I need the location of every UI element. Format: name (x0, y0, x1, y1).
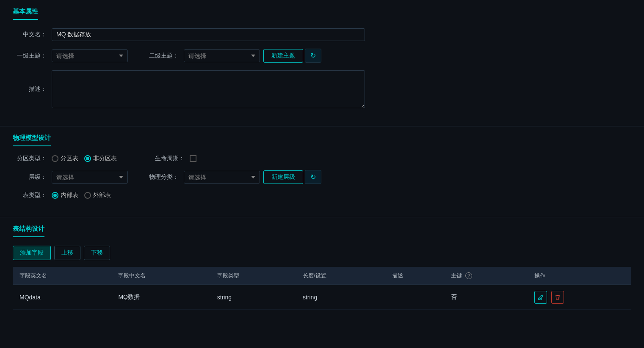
partition-type-radio-group: 分区表 非分区表 (52, 155, 117, 162)
delete-field-button[interactable] (551, 291, 564, 304)
non-partition-radio-circle (84, 155, 91, 162)
internal-table-radio[interactable]: 内部表 (52, 192, 78, 199)
chinese-name-row: 中文名： (13, 28, 631, 41)
partition-table-radio[interactable]: 分区表 (52, 155, 78, 162)
non-partition-radio-dot (86, 157, 89, 160)
table-toolbar: 添加字段 上移 下移 (13, 246, 631, 260)
refresh-topic-button[interactable]: ↻ (305, 49, 321, 63)
field-description (385, 285, 445, 310)
internal-radio-dot (53, 194, 57, 197)
physical-model-section: 物理模型设计 分区类型： 分区表 非分区表 生命周期： 层级： 请选择 物理分类… (0, 126, 644, 217)
partition-table-label: 分区表 (61, 155, 78, 162)
field-length-setting: string (296, 285, 385, 310)
add-field-button[interactable]: 添加字段 (13, 246, 51, 260)
external-table-radio[interactable]: 外部表 (84, 192, 111, 199)
description-label: 描述： (13, 85, 47, 93)
col-length-setting: 长度/设置 (296, 267, 385, 285)
col-english-name: 字段英文名 (13, 267, 111, 285)
col-description: 描述 (385, 267, 445, 285)
field-actions (528, 285, 631, 310)
chinese-name-input[interactable] (52, 28, 365, 41)
col-chinese-name: 字段中文名 (111, 267, 210, 285)
col-primary-key: 主键 ? (444, 267, 527, 285)
level-label: 层级： (13, 173, 47, 181)
level-category-row: 层级： 请选择 物理分类： 请选择 新建层级 ↻ (13, 170, 631, 184)
field-english-name: MQdata (13, 285, 111, 310)
topic-row: 一级主题： 请选择 二级主题： 请选择 新建主题 ↻ (13, 49, 631, 63)
internal-radio-circle (52, 192, 58, 199)
table-structure-title: 表结构设计 (13, 225, 44, 237)
lifecycle-label: 生命周期： (151, 155, 185, 162)
description-row: 描述： (13, 70, 631, 108)
new-topic-button[interactable]: 新建主题 (263, 49, 303, 63)
basic-attributes-section: 基本属性 中文名： 一级主题： 请选择 二级主题： 请选择 新建主题 ↻ 描述： (0, 0, 644, 126)
table-row: MQdata MQ数据 string string 否 (13, 285, 631, 310)
col-actions: 操作 (528, 267, 631, 285)
field-type: string (210, 285, 296, 310)
lifecycle-checkbox[interactable] (190, 155, 196, 162)
level-select[interactable]: 请选择 (52, 171, 128, 184)
physical-category-label: 物理分类： (145, 173, 179, 181)
edit-field-button[interactable] (534, 291, 547, 304)
move-up-button[interactable]: 上移 (54, 246, 80, 260)
primary-key-info-icon[interactable]: ? (465, 272, 472, 279)
non-partition-table-label: 非分区表 (93, 155, 117, 162)
primary-topic-select[interactable]: 请选择 (52, 49, 128, 62)
secondary-topic-label: 二级主题： (145, 52, 179, 60)
basic-attributes-title: 基本属性 (13, 8, 38, 20)
table-type-label: 表类型： (13, 192, 47, 199)
physical-model-title: 物理模型设计 (13, 134, 51, 146)
field-chinese-name: MQ数据 (111, 285, 210, 310)
table-type-radio-group: 内部表 外部表 (52, 192, 111, 199)
external-radio-circle (84, 192, 91, 199)
partition-type-label: 分区类型： (13, 155, 47, 162)
field-primary-key: 否 (444, 285, 527, 310)
header-row: 字段英文名 字段中文名 字段类型 长度/设置 描述 主键 ? 操作 (13, 267, 631, 285)
table-type-row: 表类型： 内部表 外部表 (13, 192, 631, 199)
partition-lifecycle-row: 分区类型： 分区表 非分区表 生命周期： (13, 155, 631, 162)
col-field-type: 字段类型 (210, 267, 296, 285)
internal-table-label: 内部表 (61, 192, 78, 199)
physical-category-select[interactable]: 请选择 (184, 171, 260, 184)
table-header: 字段英文名 字段中文名 字段类型 长度/设置 描述 主键 ? 操作 (13, 267, 631, 285)
table-structure-section: 表结构设计 添加字段 上移 下移 字段英文名 字段中文名 字段类型 长度/设置 … (0, 217, 644, 310)
move-down-button[interactable]: 下移 (84, 246, 110, 260)
primary-topic-label: 一级主题： (13, 52, 47, 60)
table-body: MQdata MQ数据 string string 否 (13, 285, 631, 310)
partition-radio-circle (52, 155, 58, 162)
secondary-topic-select[interactable]: 请选择 (184, 49, 260, 62)
new-level-button[interactable]: 新建层级 (263, 170, 303, 184)
non-partition-table-radio[interactable]: 非分区表 (84, 155, 117, 162)
refresh-level-button[interactable]: ↻ (305, 170, 321, 184)
fields-table: 字段英文名 字段中文名 字段类型 长度/设置 描述 主键 ? 操作 MQdata… (13, 267, 631, 310)
chinese-name-label: 中文名： (13, 31, 47, 38)
external-table-label: 外部表 (93, 192, 111, 199)
description-textarea[interactable] (52, 70, 365, 108)
